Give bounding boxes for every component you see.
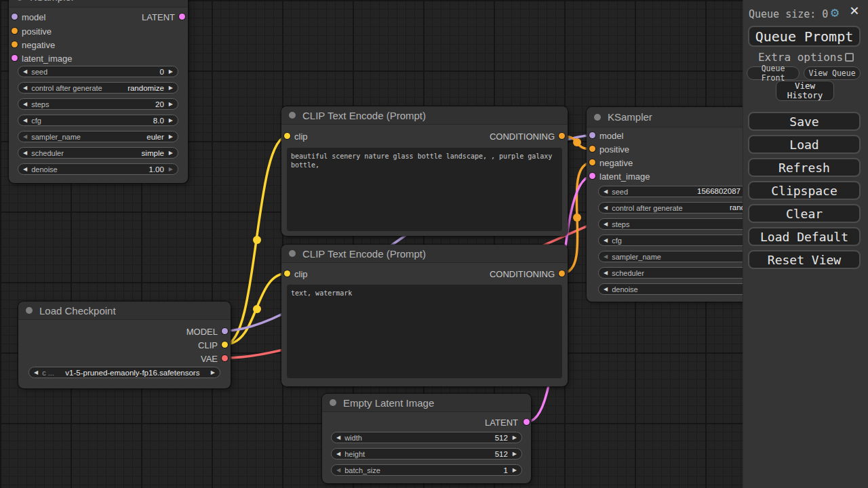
collapse-dot[interactable] (26, 307, 33, 314)
input-label: latent_image (599, 171, 650, 182)
arrow-left-icon[interactable]: ◀ (23, 167, 27, 172)
arrow-left-icon[interactable]: ◀ (604, 205, 608, 211)
node-clip-text-encode-top[interactable]: CLIP Text Encode (Prompt) clip CONDITION… (281, 106, 568, 236)
view-queue-button[interactable]: View Queue (804, 66, 861, 80)
collapse-dot[interactable] (16, 0, 23, 1)
refresh-button[interactable]: Refresh (748, 158, 861, 177)
collapse-dot[interactable] (330, 399, 336, 406)
arrow-right-icon[interactable]: ▶ (169, 118, 173, 123)
arrow-right-icon[interactable]: ▶ (169, 134, 173, 140)
arrow-left-icon[interactable]: ◀ (604, 222, 608, 227)
arrow-left-icon[interactable]: ◀ (336, 451, 340, 457)
output-dot-latent[interactable] (524, 419, 530, 425)
node-title-bar[interactable]: CLIP Text Encode (Prompt) (281, 106, 568, 125)
collapse-dot[interactable] (594, 114, 601, 121)
node-title: KSampler (30, 0, 75, 3)
input-dot-model[interactable] (12, 14, 18, 20)
widget-sampler-name[interactable]: ◀ sampler_name euler ▶ (18, 131, 178, 142)
arrow-left-icon[interactable]: ◀ (604, 287, 608, 292)
arrow-right-icon[interactable]: ▶ (169, 150, 173, 156)
arrow-right-icon[interactable]: ▶ (513, 468, 517, 473)
load-default-button[interactable]: Load Default (748, 227, 861, 246)
output-label: CONDITIONING (490, 269, 555, 279)
arrow-right-icon[interactable]: ▶ (169, 85, 173, 91)
arrow-left-icon[interactable]: ◀ (23, 102, 27, 107)
widget-cfg[interactable]: ◀ cfg 8.0 ▶ (18, 115, 178, 126)
output-dot-conditioning[interactable] (559, 270, 565, 277)
queue-prompt-button[interactable]: Queue Prompt (748, 26, 861, 47)
prompt-textarea[interactable]: text, watermark (287, 285, 562, 378)
clear-button[interactable]: Clear (748, 204, 861, 223)
arrow-left-icon[interactable]: ◀ (34, 370, 38, 375)
collapse-dot[interactable] (289, 112, 296, 119)
widget-seed[interactable]: ◀ seed 0 ▶ (18, 66, 178, 77)
widget-label: control after generate (612, 204, 683, 212)
output-dot-latent[interactable] (179, 14, 185, 20)
collapse-dot[interactable] (289, 250, 296, 257)
clipspace-button[interactable]: Clipspace (748, 181, 861, 200)
node-title-bar[interactable]: CLIP Text Encode (Prompt) (281, 245, 568, 263)
node-empty-latent-image[interactable]: Empty Latent Image LATENT ◀ width 512 ▶ … (322, 394, 531, 483)
reset-view-button[interactable]: Reset View (748, 250, 861, 269)
widget-value: euler (146, 133, 169, 141)
output-dot-clip[interactable] (222, 342, 228, 348)
input-dot-negative[interactable] (12, 41, 18, 47)
input-dot-positive[interactable] (589, 146, 595, 152)
prompt-textarea[interactable]: beautiful scenery nature glass bottle la… (287, 148, 562, 231)
input-dot-negative[interactable] (589, 159, 595, 165)
widget-value: randomize (127, 84, 169, 92)
arrow-left-icon[interactable]: ◀ (604, 254, 608, 260)
arrow-left-icon[interactable]: ◀ (23, 85, 27, 91)
input-label: positive (599, 144, 629, 155)
widget-control-after-generate[interactable]: ◀ control after generate randomize ▶ (18, 82, 178, 94)
arrow-right-icon[interactable]: ▶ (513, 451, 517, 457)
output-dot-conditioning[interactable] (559, 133, 565, 139)
input-dot-clip[interactable] (284, 270, 290, 277)
node-load-checkpoint[interactable]: Load Checkpoint MODEL CLIP VAE ◀ c ... v… (18, 302, 231, 388)
widget-steps[interactable]: ◀ steps 20 ▶ (18, 98, 178, 110)
arrow-right-icon[interactable]: ▶ (513, 435, 517, 441)
node-title: CLIP Text Encode (Prompt) (302, 248, 426, 260)
gear-icon[interactable]: ⚙ (831, 5, 839, 19)
node-title-bar[interactable]: KSampler (9, 0, 188, 7)
node-title-bar[interactable]: Load Checkpoint (18, 302, 231, 320)
input-dot-positive[interactable] (12, 28, 18, 34)
widget-batch-size[interactable]: ◀ batch_size 1 ▶ (331, 464, 522, 476)
arrow-left-icon[interactable]: ◀ (23, 118, 27, 123)
arrow-right-icon[interactable]: ▶ (169, 102, 173, 107)
widget-height[interactable]: ◀ height 512 ▶ (331, 448, 522, 460)
input-dot-latent-image[interactable] (12, 55, 18, 61)
arrow-left-icon[interactable]: ◀ (604, 238, 608, 243)
widget-width[interactable]: ◀ width 512 ▶ (331, 432, 522, 443)
arrow-right-icon[interactable]: ▶ (169, 69, 173, 75)
output-label: CONDITIONING (490, 131, 555, 142)
widget-ckpt-name[interactable]: ◀ c ... v1-5-pruned-emaonly-fp16.safeten… (28, 367, 220, 378)
arrow-right-icon[interactable]: ▶ (169, 167, 173, 172)
input-dot-clip[interactable] (284, 133, 290, 139)
input-dot-latent-image[interactable] (589, 173, 595, 179)
extra-options-checkbox[interactable] (845, 53, 854, 62)
queue-size-status: Queue size: 0 (749, 8, 828, 20)
load-button[interactable]: Load (748, 135, 861, 154)
arrow-left-icon[interactable]: ◀ (604, 189, 608, 195)
arrow-left-icon[interactable]: ◀ (336, 468, 340, 473)
output-dot-model[interactable] (222, 328, 228, 334)
view-history-button[interactable]: View History (776, 81, 834, 101)
queue-front-button[interactable]: Queue Front (747, 66, 800, 80)
arrow-left-icon[interactable]: ◀ (23, 134, 27, 140)
node-title-bar[interactable]: Empty Latent Image (322, 394, 531, 412)
arrow-left-icon[interactable]: ◀ (336, 435, 340, 441)
widget-scheduler[interactable]: ◀ scheduler simple ▶ (18, 147, 178, 159)
save-button[interactable]: Save (748, 112, 861, 131)
output-dot-vae[interactable] (222, 355, 228, 361)
node-clip-text-encode-bottom[interactable]: CLIP Text Encode (Prompt) clip CONDITION… (281, 245, 568, 386)
node-ksampler-left[interactable]: KSampler model LATENT positive negative … (9, 0, 188, 183)
arrow-right-icon[interactable]: ▶ (211, 370, 215, 375)
arrow-left-icon[interactable]: ◀ (23, 150, 27, 156)
arrow-left-icon[interactable]: ◀ (604, 270, 608, 276)
arrow-left-icon[interactable]: ◀ (23, 69, 27, 75)
input-dot-model[interactable] (589, 132, 595, 138)
output-label: MODEL (186, 327, 218, 337)
close-icon[interactable]: × (850, 3, 859, 18)
widget-denoise[interactable]: ◀ denoise 1.00 ▶ (18, 163, 178, 175)
